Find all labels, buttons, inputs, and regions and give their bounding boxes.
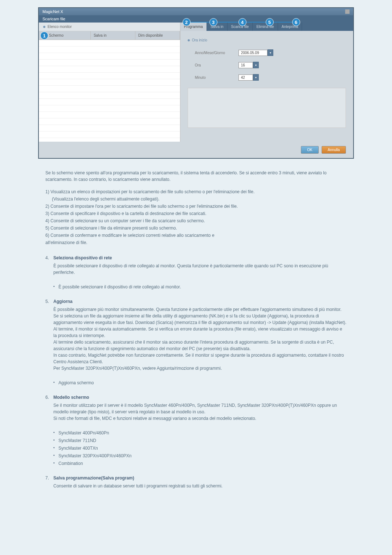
section-6-title: Modello schermo (53, 394, 347, 401)
sec5-p6: Per SyncMaster 320PXn/400P(T)Xn/460PXn, … (53, 365, 347, 372)
window-title: Scaricam file (39, 15, 353, 23)
sec5-p5: In caso contrario, MagicNet potrebbe non… (53, 352, 347, 365)
list-item-3: 3) Consente di specificare il dispositiv… (45, 210, 347, 217)
section-6-num: 6. (45, 394, 53, 422)
sec6-bullet-3: SyncMaster 320PXn/400PXn/460PXn (53, 453, 347, 459)
sec5-p4: Al termine dello scaricamento, assicurar… (53, 339, 347, 352)
section-7-title: Salva programmazione(Salva program) (53, 475, 347, 481)
marker-5: 5 (266, 18, 274, 26)
app-screenshot: MagicNet X Scaricam file Elenco monitor … (38, 7, 354, 159)
list-item-2: 2) Consente di impostare l'ora per lo sc… (45, 203, 347, 210)
app-logo: MagicNet X (42, 9, 63, 14)
sec5-p1: È possibile aggiornare più monitor simul… (53, 306, 347, 313)
sec5-bullet: Aggiorna schermo (53, 380, 347, 386)
sec5-p3: Al termine, il monitor si riavvia automa… (53, 326, 347, 339)
list-item-6b: all'eliminazione di file. (45, 239, 347, 246)
chevron-down-icon[interactable]: ▾ (253, 74, 259, 81)
monitor-table-body (39, 40, 180, 142)
list-item-1-sub: (Visualizza l'elenco degli schermi attua… (45, 196, 347, 202)
sec6-bullet-4: Combination (53, 460, 347, 467)
sec7-body: Consente di salvare in un database serve… (53, 483, 347, 489)
label-hour: Ora (195, 63, 238, 67)
list-item-1: 1) Visualizza un elenco di impostazioni … (45, 189, 347, 195)
marker-1: 1 (40, 32, 48, 40)
schedule-title: Ora inizio (188, 38, 346, 42)
sec6-bullet-1: SyncMaster 711ND (53, 437, 347, 444)
sec4-bullet: È possibile selezionare il dispositivo d… (53, 284, 347, 290)
window-close-icon (345, 9, 350, 14)
label-minute: Minuto (195, 76, 238, 80)
col-dim: Dim disponibile (135, 31, 180, 40)
section-5-num: 5. (45, 298, 53, 372)
chevron-down-icon[interactable]: ▾ (253, 62, 259, 68)
marker-6: 6 (292, 18, 300, 26)
marker-2: 2 (183, 18, 191, 26)
chevron-down-icon[interactable]: ▾ (268, 49, 273, 56)
marker-4: 4 (238, 18, 246, 26)
list-item-5: 5) Consente di selezionare i file da eli… (45, 225, 347, 231)
date-input[interactable] (238, 50, 268, 56)
col-salva: Salva in (91, 31, 135, 40)
ok-button[interactable]: OK (301, 146, 318, 154)
section-7-num: 7. (45, 475, 53, 489)
hour-input[interactable] (238, 62, 253, 68)
bullet-icon (188, 39, 190, 41)
sec6-p1: Se il monitor utilizzato per il server è… (53, 402, 347, 415)
cancel-button[interactable]: Annulla (322, 146, 346, 154)
sec6-bullet-2: SyncMaster 400TXn (53, 445, 347, 451)
sec6-p2: Si noti che formati di file, MDC e funzi… (53, 415, 347, 422)
sec6-bullet-0: SyncMaster 400Pn/460Pn (53, 430, 347, 436)
section-4-title: Seleziona dispositivo di rete (53, 255, 347, 261)
marker-3: 3 (209, 18, 217, 26)
bullet-icon (43, 26, 45, 28)
intro-text: Se lo schermo viene spento all'ora progr… (45, 170, 347, 183)
list-item-4: 4) Consente di selezionare su un compute… (45, 218, 347, 224)
list-item-6a: 6) Consente di confermare e modificare l… (45, 232, 347, 239)
monitor-list-header: Elenco monitor (39, 23, 180, 31)
minute-input[interactable] (238, 74, 253, 81)
tab-elimina[interactable]: Elimina file (253, 23, 278, 31)
label-date: Anno/Mese/Giorno (195, 51, 238, 55)
sec5-p2: Se si seleziona un file da aggiornare in… (53, 313, 347, 326)
section-4-body: È possibile selezionare il dispositivo d… (53, 263, 347, 276)
section-4-num: 4. (45, 255, 53, 276)
section-5-title: Aggiorna (53, 298, 347, 305)
